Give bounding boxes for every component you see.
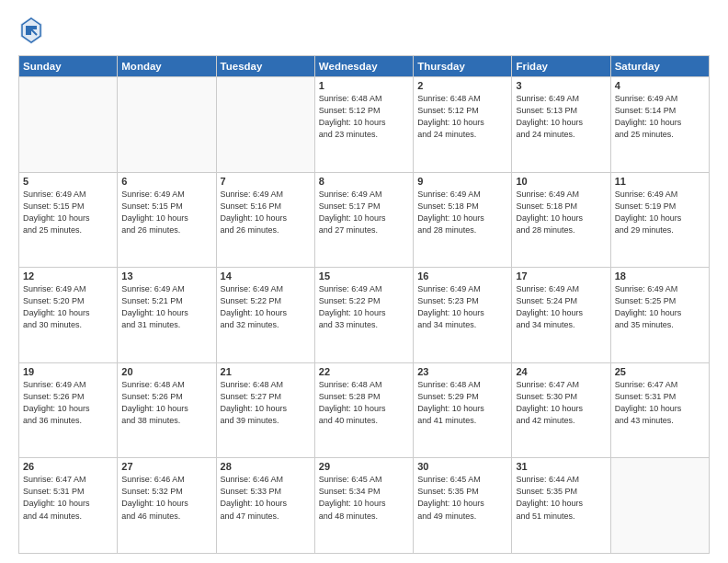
weekday-header-saturday: Saturday xyxy=(610,56,709,77)
day-info: Sunrise: 6:49 AMSunset: 5:21 PMDaylight:… xyxy=(121,283,211,331)
header xyxy=(18,15,710,46)
calendar-cell xyxy=(19,77,118,173)
day-number: 11 xyxy=(615,176,705,187)
weekday-header-tuesday: Tuesday xyxy=(216,56,314,77)
logo-icon xyxy=(18,15,44,46)
day-info: Sunrise: 6:48 AMSunset: 5:29 PMDaylight:… xyxy=(417,379,507,427)
day-info: Sunrise: 6:46 AMSunset: 5:32 PMDaylight:… xyxy=(121,474,211,522)
calendar-cell: 26Sunrise: 6:47 AMSunset: 5:31 PMDayligh… xyxy=(19,458,118,554)
day-number: 10 xyxy=(516,176,606,187)
calendar-cell: 5Sunrise: 6:49 AMSunset: 5:15 PMDaylight… xyxy=(19,172,118,268)
day-number: 19 xyxy=(23,366,113,377)
day-number: 22 xyxy=(319,366,409,377)
logo xyxy=(18,15,48,46)
day-info: Sunrise: 6:48 AMSunset: 5:27 PMDaylight:… xyxy=(221,379,311,427)
calendar-cell xyxy=(118,77,216,173)
calendar-cell: 1Sunrise: 6:48 AMSunset: 5:12 PMDaylight… xyxy=(314,77,413,173)
calendar-cell: 28Sunrise: 6:46 AMSunset: 5:33 PMDayligh… xyxy=(216,458,314,554)
calendar-cell: 16Sunrise: 6:49 AMSunset: 5:23 PMDayligh… xyxy=(414,268,512,363)
week-row-1: 1Sunrise: 6:48 AMSunset: 5:12 PMDaylight… xyxy=(19,77,710,173)
day-info: Sunrise: 6:49 AMSunset: 5:18 PMDaylight:… xyxy=(516,189,606,236)
day-number: 1 xyxy=(319,80,409,91)
day-info: Sunrise: 6:47 AMSunset: 5:30 PMDaylight:… xyxy=(516,379,606,427)
calendar-cell: 19Sunrise: 6:49 AMSunset: 5:26 PMDayligh… xyxy=(19,362,118,458)
day-number: 6 xyxy=(121,176,211,187)
calendar-cell: 12Sunrise: 6:49 AMSunset: 5:20 PMDayligh… xyxy=(19,268,118,363)
day-info: Sunrise: 6:47 AMSunset: 5:31 PMDaylight:… xyxy=(615,379,705,427)
week-row-2: 5Sunrise: 6:49 AMSunset: 5:15 PMDaylight… xyxy=(19,172,710,268)
calendar-cell: 18Sunrise: 6:49 AMSunset: 5:25 PMDayligh… xyxy=(610,268,709,363)
weekday-header-wednesday: Wednesday xyxy=(314,56,413,77)
week-row-3: 12Sunrise: 6:49 AMSunset: 5:20 PMDayligh… xyxy=(19,268,710,363)
weekday-header-friday: Friday xyxy=(512,56,610,77)
week-row-4: 19Sunrise: 6:49 AMSunset: 5:26 PMDayligh… xyxy=(19,362,710,458)
day-info: Sunrise: 6:49 AMSunset: 5:26 PMDaylight:… xyxy=(23,379,113,427)
calendar-cell: 14Sunrise: 6:49 AMSunset: 5:22 PMDayligh… xyxy=(216,268,314,363)
day-number: 26 xyxy=(23,461,113,472)
day-info: Sunrise: 6:49 AMSunset: 5:15 PMDaylight:… xyxy=(121,189,211,236)
day-info: Sunrise: 6:49 AMSunset: 5:23 PMDaylight:… xyxy=(417,283,507,331)
day-number: 9 xyxy=(417,176,507,187)
calendar: SundayMondayTuesdayWednesdayThursdayFrid… xyxy=(18,55,710,554)
day-info: Sunrise: 6:44 AMSunset: 5:35 PMDaylight:… xyxy=(516,474,606,522)
day-number: 4 xyxy=(615,80,705,91)
calendar-cell: 7Sunrise: 6:49 AMSunset: 5:16 PMDaylight… xyxy=(216,172,314,268)
day-number: 7 xyxy=(221,176,311,187)
day-info: Sunrise: 6:49 AMSunset: 5:19 PMDaylight:… xyxy=(615,189,705,236)
calendar-cell: 8Sunrise: 6:49 AMSunset: 5:17 PMDaylight… xyxy=(314,172,413,268)
day-number: 20 xyxy=(121,366,211,377)
day-info: Sunrise: 6:45 AMSunset: 5:35 PMDaylight:… xyxy=(417,474,507,522)
calendar-cell: 4Sunrise: 6:49 AMSunset: 5:14 PMDaylight… xyxy=(610,77,709,173)
weekday-header-row: SundayMondayTuesdayWednesdayThursdayFrid… xyxy=(19,56,710,77)
day-number: 2 xyxy=(417,80,507,91)
day-number: 14 xyxy=(221,270,311,282)
day-info: Sunrise: 6:49 AMSunset: 5:25 PMDaylight:… xyxy=(615,283,705,331)
day-info: Sunrise: 6:49 AMSunset: 5:14 PMDaylight:… xyxy=(615,93,705,141)
calendar-cell: 20Sunrise: 6:48 AMSunset: 5:26 PMDayligh… xyxy=(118,362,216,458)
day-number: 29 xyxy=(319,461,409,472)
calendar-cell: 25Sunrise: 6:47 AMSunset: 5:31 PMDayligh… xyxy=(610,362,709,458)
calendar-cell xyxy=(216,77,314,173)
day-number: 28 xyxy=(221,461,311,472)
weekday-header-sunday: Sunday xyxy=(19,56,118,77)
day-info: Sunrise: 6:49 AMSunset: 5:15 PMDaylight:… xyxy=(23,189,113,236)
day-number: 15 xyxy=(319,270,409,282)
day-number: 3 xyxy=(516,80,606,91)
calendar-cell: 11Sunrise: 6:49 AMSunset: 5:19 PMDayligh… xyxy=(610,172,709,268)
day-number: 18 xyxy=(615,270,705,282)
calendar-cell: 29Sunrise: 6:45 AMSunset: 5:34 PMDayligh… xyxy=(314,458,413,554)
day-info: Sunrise: 6:49 AMSunset: 5:16 PMDaylight:… xyxy=(221,189,311,236)
calendar-cell xyxy=(610,458,709,554)
day-number: 8 xyxy=(319,176,409,187)
week-row-5: 26Sunrise: 6:47 AMSunset: 5:31 PMDayligh… xyxy=(19,458,710,554)
day-info: Sunrise: 6:48 AMSunset: 5:12 PMDaylight:… xyxy=(319,93,409,141)
calendar-cell: 21Sunrise: 6:48 AMSunset: 5:27 PMDayligh… xyxy=(216,362,314,458)
day-number: 27 xyxy=(121,461,211,472)
day-info: Sunrise: 6:48 AMSunset: 5:28 PMDaylight:… xyxy=(319,379,409,427)
day-number: 16 xyxy=(417,270,507,282)
day-info: Sunrise: 6:48 AMSunset: 5:12 PMDaylight:… xyxy=(417,93,507,141)
calendar-cell: 2Sunrise: 6:48 AMSunset: 5:12 PMDaylight… xyxy=(414,77,512,173)
calendar-cell: 22Sunrise: 6:48 AMSunset: 5:28 PMDayligh… xyxy=(314,362,413,458)
day-number: 13 xyxy=(121,270,211,282)
day-number: 23 xyxy=(417,366,507,377)
day-number: 17 xyxy=(516,270,606,282)
calendar-cell: 10Sunrise: 6:49 AMSunset: 5:18 PMDayligh… xyxy=(512,172,610,268)
day-info: Sunrise: 6:45 AMSunset: 5:34 PMDaylight:… xyxy=(319,474,409,522)
calendar-cell: 31Sunrise: 6:44 AMSunset: 5:35 PMDayligh… xyxy=(512,458,610,554)
day-info: Sunrise: 6:46 AMSunset: 5:33 PMDaylight:… xyxy=(221,474,311,522)
weekday-header-monday: Monday xyxy=(118,56,216,77)
weekday-header-thursday: Thursday xyxy=(414,56,512,77)
day-number: 25 xyxy=(615,366,705,377)
calendar-cell: 15Sunrise: 6:49 AMSunset: 5:22 PMDayligh… xyxy=(314,268,413,363)
calendar-cell: 13Sunrise: 6:49 AMSunset: 5:21 PMDayligh… xyxy=(118,268,216,363)
calendar-cell: 27Sunrise: 6:46 AMSunset: 5:32 PMDayligh… xyxy=(118,458,216,554)
day-info: Sunrise: 6:49 AMSunset: 5:22 PMDaylight:… xyxy=(221,283,311,331)
day-number: 30 xyxy=(417,461,507,472)
day-info: Sunrise: 6:49 AMSunset: 5:24 PMDaylight:… xyxy=(516,283,606,331)
day-info: Sunrise: 6:48 AMSunset: 5:26 PMDaylight:… xyxy=(121,379,211,427)
day-info: Sunrise: 6:49 AMSunset: 5:17 PMDaylight:… xyxy=(319,189,409,236)
page: SundayMondayTuesdayWednesdayThursdayFrid… xyxy=(0,0,728,563)
day-info: Sunrise: 6:49 AMSunset: 5:20 PMDaylight:… xyxy=(23,283,113,331)
day-number: 24 xyxy=(516,366,606,377)
